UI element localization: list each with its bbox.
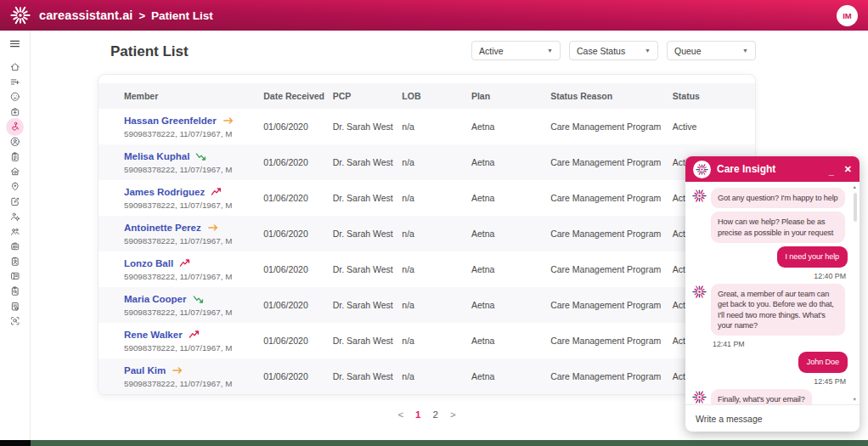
focus-search-icon <box>9 315 21 327</box>
manage-account-icon <box>9 211 21 223</box>
sidebar-item-clipboard-search[interactable] <box>5 284 25 299</box>
status-reason-cell: Care Management Program <box>550 358 673 394</box>
account-icon <box>9 136 21 148</box>
care-team-icon <box>9 226 21 238</box>
status-reason-cell: Care Management Program <box>550 216 673 251</box>
app-window: careassistant.ai > Patient List IM Patie… <box>0 0 868 446</box>
sidebar-item-id-kit[interactable] <box>5 239 25 254</box>
lob-cell: n/a <box>402 180 471 216</box>
status-reason-cell: Care Management Program <box>550 251 673 287</box>
lob-cell: n/a <box>402 251 471 287</box>
patient-link[interactable]: Antoinette Perez <box>124 223 201 233</box>
sidebar-item-manage-account[interactable] <box>5 209 25 224</box>
menu-button[interactable] <box>6 35 25 52</box>
next-page-button[interactable]: > <box>450 409 456 420</box>
message-input[interactable] <box>696 414 849 424</box>
breadcrumb-separator: > <box>138 9 145 22</box>
member-details: 59098378222, 11/07/1967, M <box>124 308 258 317</box>
scroll-up-icon[interactable]: ▲ <box>853 184 857 189</box>
chat-title: Care Insight <box>717 163 775 175</box>
date-received-cell: 01/06/2020 <box>263 180 333 216</box>
sidebar-item-patient-care[interactable] <box>5 119 25 134</box>
page-button-1[interactable]: 1 <box>415 409 420 420</box>
sidebar-item-patient-list-add[interactable] <box>5 75 25 90</box>
member-cell: Lonzo Ball59098378222, 11/07/1967, M <box>99 251 263 287</box>
sidebar-item-account[interactable] <box>5 134 25 150</box>
chat-messages: ▲ ▼ Got any question? I'm happy to helpH… <box>685 182 860 404</box>
chat-header: Care Insight _ ✕ <box>685 156 860 182</box>
records-card-icon <box>9 270 21 282</box>
sidebar <box>0 31 31 440</box>
sidebar-item-records-card[interactable] <box>5 268 25 284</box>
pcp-cell: Dr. Sarah West <box>333 144 403 180</box>
sentiment-icon <box>9 91 21 103</box>
patient-link[interactable]: James Rodriguez <box>124 187 205 197</box>
scroll-down-icon[interactable]: ▼ <box>853 397 857 402</box>
pcp-cell: Dr. Sarah West <box>333 109 403 144</box>
lob-cell: n/a <box>402 109 471 144</box>
sidebar-item-contact-badge[interactable] <box>5 254 25 269</box>
sidebar-item-focus-search[interactable] <box>5 313 25 329</box>
close-icon[interactable]: ✕ <box>844 165 852 174</box>
member-details: 59098378222, 11/07/1967, M <box>124 165 258 174</box>
patient-link[interactable]: Rene Walker <box>124 330 183 340</box>
brand-burst-icon <box>10 5 31 25</box>
medical-kit-icon <box>9 106 21 118</box>
date-received-cell: 01/06/2020 <box>263 358 333 394</box>
user-message: I need your help <box>692 246 848 267</box>
clipboard-tasks-icon <box>9 151 21 163</box>
bot-message: Got any question? I'm happy to help <box>692 188 848 208</box>
sidebar-item-notes-edit[interactable] <box>5 194 25 209</box>
lob-cell: n/a <box>402 323 471 358</box>
brand-name[interactable]: careassistant.ai <box>39 8 132 22</box>
sidebar-item-clipboard-tasks[interactable] <box>5 150 25 165</box>
sidebar-item-home[interactable] <box>5 59 25 75</box>
page-button-2[interactable]: 2 <box>433 409 438 420</box>
member-cell: Rene Walker59098378222, 11/07/1967, M <box>99 323 263 358</box>
previous-page-button[interactable]: < <box>397 409 403 420</box>
trend-flat-icon <box>223 115 234 127</box>
sidebar-item-sentiment[interactable] <box>5 89 25 104</box>
member-details: 59098378222, 11/07/1967, M <box>124 343 258 353</box>
bot-bubble: Got any question? I'm happy to help <box>711 188 845 208</box>
member-cell: Hassan Greenfelder59098378222, 11/07/196… <box>99 109 263 144</box>
status-reason-cell: Care Management Program <box>550 287 673 323</box>
minimize-icon[interactable]: _ <box>829 167 834 176</box>
lob-cell: n/a <box>402 287 471 323</box>
sidebar-item-medical-kit[interactable] <box>5 104 25 120</box>
patient-link[interactable]: Maria Cooper <box>124 294 187 304</box>
chevron-down-icon: ▼ <box>645 48 651 54</box>
table-row: Antoinette Perez59098378222, 11/07/1967,… <box>99 216 755 251</box>
sidebar-item-care-team[interactable] <box>5 224 25 240</box>
document-settings-icon <box>9 301 21 313</box>
date-received-cell: 01/06/2020 <box>263 109 333 144</box>
pcp-cell: Dr. Sarah West <box>333 358 403 394</box>
user-bubble: John Doe <box>798 352 848 372</box>
sidebar-item-document-settings[interactable] <box>5 299 25 314</box>
queue-filter[interactable]: Queue▼ <box>667 41 756 60</box>
patient-table-card: MemberDate ReceivedPCPLOBPlanStatus Reas… <box>98 74 756 395</box>
bot-avatar-icon <box>692 285 707 299</box>
sidebar-item-care-home[interactable] <box>5 164 25 179</box>
queue-filter-value: Queue <box>674 46 702 56</box>
patient-link[interactable]: Paul Kim <box>124 365 166 375</box>
filters-bar: Active▼Case Status▼Queue▼ <box>471 41 756 60</box>
trend-up-icon <box>189 329 200 341</box>
chat-scrollbar-thumb[interactable] <box>854 193 857 222</box>
patient-list-add-icon <box>9 76 21 88</box>
status-filter-value: Active <box>479 46 504 56</box>
user-avatar[interactable]: IM <box>837 5 858 26</box>
column-header: LOB <box>402 83 471 109</box>
bottom-corner <box>0 440 31 446</box>
patient-link[interactable]: Lonzo Ball <box>124 258 173 268</box>
bot-message: Great, a member of aur team can get back… <box>692 284 848 336</box>
status-filter[interactable]: Active▼ <box>471 41 561 60</box>
case-status-filter[interactable]: Case Status▼ <box>569 41 658 60</box>
bot-message: Finally, what's your email? <box>692 389 848 404</box>
member-details: 59098378222, 11/07/1967, M <box>124 236 258 246</box>
patient-link[interactable]: Hassan Greenfelder <box>124 116 217 126</box>
member-cell: Melisa Kuphal59098378222, 11/07/1967, M <box>99 144 263 180</box>
member-details: 59098378222, 11/07/1967, M <box>124 200 258 210</box>
patient-link[interactable]: Melisa Kuphal <box>124 151 189 161</box>
sidebar-item-location[interactable] <box>5 179 25 195</box>
